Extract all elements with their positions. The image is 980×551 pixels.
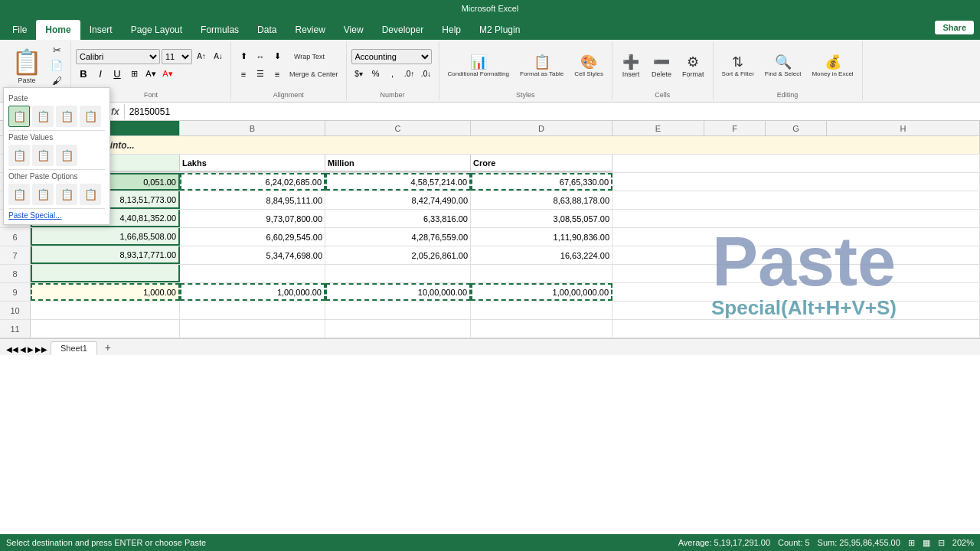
paste-icon-btn-2[interactable]: 📋 xyxy=(32,106,54,127)
other-paste-btn-2[interactable]: 📋 xyxy=(32,184,54,205)
ribbon-tab-data[interactable]: Data xyxy=(248,20,286,40)
cell-d7[interactable]: 16,63,224.00 xyxy=(471,246,612,264)
nav-left-btn[interactable]: ◀◀ ◀ ▶ ▶▶ xyxy=(6,345,47,354)
fx-icon[interactable]: fx xyxy=(111,106,119,117)
cell-d6[interactable]: 1,11,90,836.00 xyxy=(471,228,612,246)
cell-a-title[interactable]: convert numbers into... xyxy=(31,136,980,154)
format-cells-btn[interactable]: ⚙ Format xyxy=(678,47,708,84)
paste-values-btn-3[interactable]: 📋 xyxy=(56,145,77,166)
col-header-g[interactable]: G xyxy=(766,121,827,135)
col-header-c[interactable]: C xyxy=(325,121,471,135)
view-layout-icon[interactable]: ▦ xyxy=(923,538,930,548)
cell-c-header[interactable]: Million xyxy=(325,155,471,172)
border-btn[interactable]: ⊞ xyxy=(126,67,142,82)
money-excel-btn[interactable]: 💰 Money in Excel xyxy=(808,47,857,84)
cell-c7[interactable]: 2,05,26,861.00 xyxy=(325,246,471,264)
cell-b3[interactable]: 6,24,02,685.00 xyxy=(180,173,325,191)
other-paste-btn-4[interactable]: 📋 xyxy=(80,184,101,205)
paste-values-btn-1[interactable]: 📋 xyxy=(8,145,30,166)
sheet-tab-sheet1[interactable]: Sheet1 xyxy=(51,341,97,355)
cell-b11[interactable] xyxy=(180,320,325,337)
cell-a8[interactable] xyxy=(31,265,180,282)
share-button[interactable]: Share xyxy=(935,21,974,34)
paste-icon-btn-1[interactable]: 📋 xyxy=(8,106,30,127)
cell-c11[interactable] xyxy=(325,320,471,337)
cell-styles-btn[interactable]: 🎨 Cell Styles xyxy=(570,47,607,84)
wrap-text-btn[interactable]: Wrap Text xyxy=(286,51,332,62)
ribbon-tab-developer[interactable]: Developer xyxy=(373,20,433,40)
cell-c8[interactable] xyxy=(325,265,471,282)
cell-d5[interactable]: 3,08,55,057.00 xyxy=(471,210,612,227)
col-header-e[interactable]: E xyxy=(612,121,704,135)
other-paste-btn-3[interactable]: 📋 xyxy=(56,184,77,205)
increase-font-btn[interactable]: A↑ xyxy=(194,49,209,64)
font-select[interactable]: Calibri xyxy=(76,49,160,64)
format-as-table-btn[interactable]: 📋 Format as Table xyxy=(516,47,567,84)
cell-c6[interactable]: 4,28,76,559.00 xyxy=(325,228,471,246)
cell-c3[interactable]: 4,58,57,214.00 xyxy=(325,173,471,191)
cell-d4[interactable]: 8,63,88,178.00 xyxy=(471,191,612,209)
col-header-f[interactable]: F xyxy=(704,121,766,135)
paste-icon-btn-4[interactable]: 📋 xyxy=(80,106,101,127)
view-normal-icon[interactable]: ⊞ xyxy=(908,538,915,548)
cell-d11[interactable] xyxy=(471,320,612,337)
cell-e4[interactable] xyxy=(612,191,980,209)
cell-a9[interactable]: 1,000.00 xyxy=(31,283,180,301)
cell-d8[interactable] xyxy=(471,265,612,282)
insert-cells-btn[interactable]: ➕ Insert xyxy=(617,47,645,84)
format-painter-button[interactable]: 🖌 xyxy=(47,73,66,88)
cell-b4[interactable]: 8,84,95,111.00 xyxy=(180,191,325,209)
sort-filter-btn[interactable]: ⇅ Sort & Filter xyxy=(718,47,758,84)
cell-e5[interactable] xyxy=(612,210,980,227)
percent-btn[interactable]: % xyxy=(368,66,384,81)
cell-b10[interactable] xyxy=(180,302,325,319)
ribbon-tab-view[interactable]: View xyxy=(335,20,373,40)
align-center-btn[interactable]: ☰ xyxy=(253,67,268,82)
paste-special-link[interactable]: Paste Special... xyxy=(8,211,105,220)
number-format-select[interactable]: Accounting xyxy=(351,49,432,64)
align-middle-btn[interactable]: ↔ xyxy=(253,49,268,64)
add-sheet-btn[interactable]: + xyxy=(100,341,116,354)
bold-btn[interactable]: B xyxy=(76,67,91,82)
delete-cells-btn[interactable]: ➖ Delete xyxy=(648,47,675,84)
copy-button[interactable]: 📄 xyxy=(47,58,66,73)
cell-a7[interactable]: 8,93,17,771.00 xyxy=(31,246,180,264)
cell-b5[interactable]: 9,73,07,800.00 xyxy=(180,210,325,227)
cell-e7[interactable] xyxy=(612,246,980,264)
col-header-b[interactable]: B xyxy=(180,121,325,135)
cut-button[interactable]: ✂ xyxy=(47,43,66,57)
cell-c5[interactable]: 6,33,816.00 xyxy=(325,210,471,227)
formula-input[interactable] xyxy=(126,103,980,120)
cell-b6[interactable]: 6,60,29,545.00 xyxy=(180,228,325,246)
ribbon-tab-m2-plugin[interactable]: M2 Plugin xyxy=(470,20,529,40)
cell-d3[interactable]: 67,65,330.00 xyxy=(471,173,612,191)
find-select-btn[interactable]: 🔍 Find & Select xyxy=(761,47,805,84)
cell-e-header[interactable] xyxy=(612,155,980,172)
cell-a6[interactable]: 1,66,85,508.00 xyxy=(31,228,180,246)
align-left-btn[interactable]: ≡ xyxy=(236,67,251,82)
cell-e10[interactable] xyxy=(612,302,980,319)
cell-b-header[interactable]: Lakhs xyxy=(180,155,325,172)
align-top-btn[interactable]: ⬆ xyxy=(236,49,251,64)
ribbon-tab-page-layout[interactable]: Page Layout xyxy=(122,20,191,40)
paste-values-btn-2[interactable]: 📋 xyxy=(32,145,54,166)
cell-b9[interactable]: 1,00,000.00 xyxy=(180,283,325,301)
cell-c10[interactable] xyxy=(325,302,471,319)
col-header-h[interactable]: H xyxy=(827,121,980,135)
cell-b7[interactable]: 5,34,74,698.00 xyxy=(180,246,325,264)
cell-c4[interactable]: 8,42,74,490.00 xyxy=(325,191,471,209)
cell-a11[interactable] xyxy=(31,320,180,337)
align-bottom-btn[interactable]: ⬇ xyxy=(270,49,285,64)
font-size-select[interactable]: 11 xyxy=(162,49,192,64)
cell-e8[interactable] xyxy=(612,265,980,282)
cell-b8[interactable] xyxy=(180,265,325,282)
merge-center-btn[interactable]: Merge & Center xyxy=(286,69,341,80)
cell-e9[interactable] xyxy=(612,283,980,301)
currency-btn[interactable]: $▾ xyxy=(351,66,367,81)
cell-e6[interactable] xyxy=(612,228,980,246)
col-header-d[interactable]: D xyxy=(471,121,612,135)
decrease-font-btn[interactable]: A↓ xyxy=(211,49,226,64)
ribbon-tab-review[interactable]: Review xyxy=(286,20,334,40)
cell-d9[interactable]: 1,00,00,000.00 xyxy=(471,283,612,301)
ribbon-tab-insert[interactable]: Insert xyxy=(80,20,122,40)
